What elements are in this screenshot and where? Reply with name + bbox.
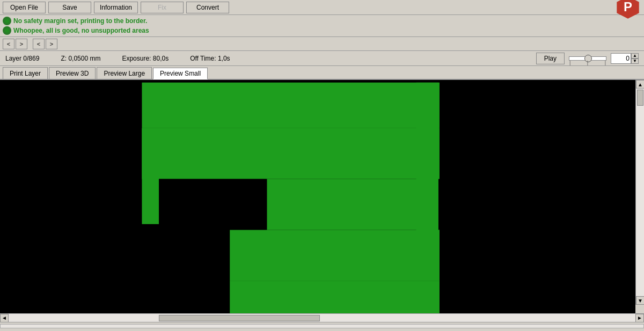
scroll-track-v — [636, 89, 644, 296]
z-value: Z: 0,0500 mm — [61, 55, 100, 62]
play-area: Play | | | 0 — [536, 53, 639, 64]
nav-arrows-bottom: < > — [33, 39, 57, 49]
toolbar-and-status: Open File Save Information Fix Convert P — [0, 0, 644, 80]
horizontal-scrollbar: ◄ ► — [0, 313, 644, 322]
scroll-right-btn[interactable]: ► — [635, 314, 644, 322]
tabs-row: Print Layer Preview 3D Preview Large Pre… — [0, 66, 644, 80]
open-file-button[interactable]: Open File — [3, 2, 46, 13]
tab-preview-small[interactable]: Preview Small — [153, 68, 208, 79]
app-container: Open File Save Information Fix Convert P — [0, 0, 644, 331]
svg-point-3 — [5, 28, 9, 33]
main-area: ▲ ▼ ◄ ► — [0, 80, 644, 329]
slider-container: | | | — [569, 56, 606, 61]
tab-preview-3d[interactable]: Preview 3D — [49, 67, 96, 79]
status-bar: No safety margin set, printing to the bo… — [0, 15, 644, 37]
information-button[interactable]: Information — [94, 2, 138, 13]
nav-prev-bottom[interactable]: < — [33, 39, 45, 49]
bottom-track[interactable] — [0, 324, 644, 328]
tab-preview-large[interactable]: Preview Large — [97, 67, 152, 79]
exposure-value: Exposure: 80,0s — [122, 55, 169, 62]
layer-canvas — [0, 80, 635, 313]
number-input-container: 0 ▲ ▼ — [611, 53, 639, 64]
ok-icon — [3, 26, 11, 35]
nav-arrows-top: < > — [3, 39, 27, 49]
off-time-value: Off Time: 1,0s — [190, 55, 230, 62]
warning-icon — [3, 17, 11, 25]
layer-count: Layer 0/869 — [5, 55, 39, 62]
layer-info-row: Layer 0/869 Z: 0,0500 mm Exposure: 80,0s… — [0, 51, 644, 66]
nav-next-bottom[interactable]: > — [46, 39, 57, 49]
status-ok-line: Whoopee, all is good, no unsupported are… — [3, 26, 641, 35]
scroll-up-btn[interactable]: ▲ — [636, 80, 644, 89]
scroll-thumb-h[interactable] — [159, 315, 320, 321]
canvas-wrap: ▲ ▼ — [0, 80, 644, 313]
nav-prev-top[interactable]: < — [3, 39, 14, 49]
ok-text: Whoopee, all is good, no unsupported are… — [13, 26, 149, 35]
number-spinners: ▲ ▼ — [631, 53, 639, 64]
status-warning-line: No safety margin set, printing to the bo… — [3, 16, 641, 26]
top-section: Open File Save Information Fix Convert P — [0, 0, 644, 80]
layer-number-display: 0 — [611, 53, 631, 64]
scroll-left-btn[interactable]: ◄ — [0, 314, 9, 322]
play-button[interactable]: Play — [536, 53, 565, 64]
scroll-track-h — [9, 314, 635, 322]
number-up-btn[interactable]: ▲ — [631, 53, 639, 58]
fix-button[interactable]: Fix — [141, 2, 184, 13]
svg-point-2 — [5, 19, 9, 23]
toolbar: Open File Save Information Fix Convert P — [0, 0, 644, 15]
layer-slider[interactable]: | | | — [569, 56, 606, 61]
app-logo: P — [614, 0, 641, 21]
bottom-scrollbar — [0, 322, 644, 329]
scroll-thumb-v[interactable] — [637, 90, 643, 106]
svg-text:P: P — [624, 0, 632, 13]
warning-text: No safety margin set, printing to the bo… — [13, 16, 147, 26]
nav-row: < > < > — [0, 37, 644, 51]
save-button[interactable]: Save — [48, 2, 91, 13]
nav-next-top[interactable]: > — [16, 39, 27, 49]
number-down-btn[interactable]: ▼ — [631, 58, 639, 64]
convert-button[interactable]: Convert — [186, 2, 229, 13]
scroll-down-btn[interactable]: ▼ — [636, 296, 644, 305]
tab-print-layer[interactable]: Print Layer — [3, 67, 48, 79]
vertical-scrollbar: ▲ ▼ — [635, 80, 644, 305]
